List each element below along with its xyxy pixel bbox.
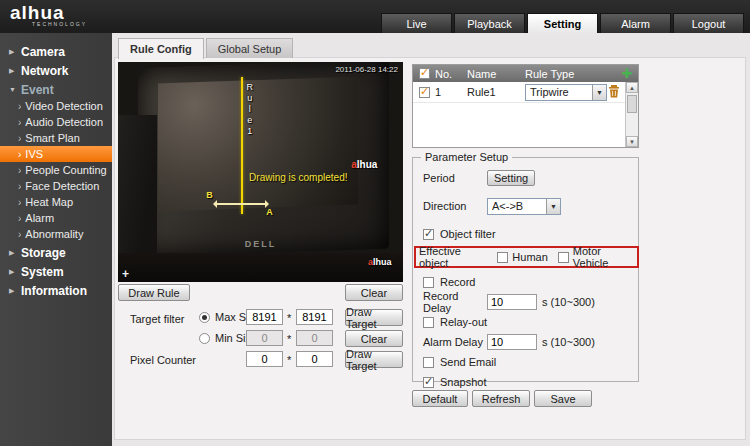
clear-target-button[interactable]: Clear — [345, 330, 403, 347]
scroll-down-icon[interactable]: ▼ — [626, 136, 638, 147]
nav-logout-button[interactable]: Logout — [673, 13, 744, 33]
nav-playback-button[interactable]: Playback — [454, 13, 525, 33]
dropdown-arrow-icon: ▼ — [592, 85, 606, 100]
refresh-button[interactable]: Refresh — [472, 390, 530, 407]
min-size-width-input[interactable] — [246, 330, 283, 346]
period-setting-button[interactable]: Setting — [487, 170, 535, 186]
sidebar-item-information[interactable]: ▶ Information — [0, 282, 112, 299]
save-button[interactable]: Save — [534, 390, 592, 407]
alarm-delay-unit: s (10~300) — [542, 336, 595, 348]
sidebar-item-label: Storage — [21, 246, 66, 260]
rule-number-cell: 1 — [435, 86, 467, 98]
column-header-name: Name — [467, 68, 525, 80]
rule-type-select[interactable]: Tripwire ▼ — [525, 84, 607, 101]
sidebar-item-label: System — [21, 265, 64, 279]
endpoint-a-label: A — [266, 207, 273, 217]
pixel-counter-width-input[interactable] — [246, 351, 283, 367]
nav-setting-button[interactable]: Setting — [527, 13, 598, 33]
object-filter-label: Object filter — [440, 228, 496, 240]
draw-target-max-button[interactable]: Draw Target — [345, 309, 403, 326]
sidebar-item-abnormality[interactable]: › Abnormality — [0, 226, 112, 242]
sidebar-item-audio-detection[interactable]: › Audio Detection — [0, 114, 112, 130]
sidebar-item-alarm[interactable]: › Alarm — [0, 210, 112, 226]
sidebar-item-label: Information — [21, 284, 87, 298]
sidebar-item-label: People Counting — [25, 164, 106, 176]
nav-alarm-button[interactable]: Alarm — [600, 13, 671, 33]
pan-move-icon[interactable]: + — [122, 267, 129, 281]
sidebar-item-system[interactable]: ▶ System — [0, 263, 112, 280]
pixel-counter-height-input[interactable] — [296, 351, 333, 367]
chevron-icon: › — [18, 197, 21, 208]
relay-out-label: Relay-out — [440, 316, 487, 328]
send-email-label: Send Email — [440, 356, 496, 368]
rule-type-cell: Tripwire ▼ — [525, 84, 608, 101]
sidebar-item-network[interactable]: ▶ Network — [0, 62, 112, 79]
sidebar-item-heat-map[interactable]: › Heat Map — [0, 194, 112, 210]
table-scrollbar[interactable]: ▲ ▼ — [625, 82, 638, 147]
add-rule-icon[interactable]: ✚ — [620, 67, 634, 80]
scroll-up-icon[interactable]: ▲ — [626, 82, 638, 93]
sidebar-item-smart-plan[interactable]: › Smart Plan — [0, 130, 112, 146]
sidebar-item-video-detection[interactable]: › Video Detection — [0, 98, 112, 114]
period-label: Period — [423, 172, 487, 184]
video-preview[interactable]: DELL 2011-06-28 14:22 Rule1 B A Drawing … — [118, 62, 403, 282]
column-header-rule-type: Rule Type — [525, 68, 620, 80]
multiply-sign: * — [287, 354, 291, 366]
max-size-height-input[interactable] — [296, 309, 333, 325]
send-email-checkbox[interactable] — [423, 357, 434, 368]
draw-target-pixel-button[interactable]: Draw Target — [345, 351, 403, 368]
logo-subtext: TECHNOLOGY — [32, 22, 87, 27]
sidebar-item-people-counting[interactable]: › People Counting — [0, 162, 112, 178]
tripwire-rule-line[interactable] — [241, 77, 243, 213]
relay-out-checkbox[interactable] — [423, 317, 434, 328]
motor-vehicle-label: Motor Vehicle — [573, 245, 634, 269]
sidebar-item-ivs[interactable]: › IVS — [0, 146, 112, 162]
alarm-delay-label: Alarm Delay — [423, 336, 487, 348]
sidebar-item-label: Event — [21, 83, 54, 97]
dahua-watermark: alhua — [351, 159, 377, 170]
object-filter-checkbox[interactable] — [423, 229, 434, 240]
sidebar-item-label: Face Detection — [25, 180, 99, 192]
alarm-delay-input[interactable] — [487, 334, 537, 350]
direction-select[interactable]: A<->B ▼ — [487, 198, 561, 215]
rule-table: No. Name Rule Type ✚ 1 Rule1 Tripwire ▼ … — [412, 64, 639, 148]
chevron-icon: › — [18, 213, 21, 224]
min-size-radio[interactable] — [199, 333, 210, 344]
direction-value: A<->B — [492, 200, 523, 212]
sidebar-item-label: IVS — [25, 148, 43, 160]
sidebar-item-event[interactable]: ▼ Event — [0, 81, 112, 98]
record-delay-input[interactable] — [487, 294, 537, 310]
sidebar-item-label: Smart Plan — [25, 132, 79, 144]
sidebar-item-face-detection[interactable]: › Face Detection — [0, 178, 112, 194]
motor-vehicle-checkbox[interactable] — [558, 252, 569, 263]
sidebar-item-storage[interactable]: ▶ Storage — [0, 244, 112, 261]
default-button[interactable]: Default — [412, 390, 468, 407]
drawing-status-message: Drawing is completed! — [249, 172, 347, 183]
max-size-width-input[interactable] — [246, 309, 283, 325]
tab-rule-config[interactable]: Rule Config — [118, 38, 204, 59]
snapshot-checkbox[interactable] — [423, 377, 434, 388]
human-checkbox[interactable] — [497, 252, 508, 263]
rule-row-checkbox[interactable] — [419, 87, 430, 98]
top-header: alhua TECHNOLOGY Live Playback Setting A… — [0, 0, 750, 33]
monitor-screen-image — [158, 76, 358, 211]
multiply-sign: * — [287, 312, 291, 324]
sidebar-item-camera[interactable]: ▶ Camera — [0, 43, 112, 60]
max-size-radio[interactable] — [199, 312, 210, 323]
clear-rule-button[interactable]: Clear — [345, 284, 403, 301]
tab-global-setup[interactable]: Global Setup — [206, 38, 294, 58]
min-size-height-input[interactable] — [296, 330, 333, 346]
dahua-watermark: alhua — [368, 257, 392, 267]
chevron-icon: › — [18, 229, 21, 240]
select-all-checkbox[interactable] — [419, 68, 430, 79]
record-label: Record — [440, 276, 475, 288]
nav-live-button[interactable]: Live — [381, 13, 452, 33]
scrollbar-thumb[interactable] — [627, 95, 637, 113]
pixel-counter-label: Pixel Counter — [130, 354, 196, 366]
record-delay-label: Record Delay — [423, 290, 487, 314]
sidebar-item-label: Camera — [21, 45, 65, 59]
draw-rule-button[interactable]: Draw Rule — [118, 284, 190, 301]
expand-arrow-icon: ▶ — [9, 48, 16, 56]
delete-icon[interactable] — [608, 85, 621, 100]
record-checkbox[interactable] — [423, 277, 434, 288]
